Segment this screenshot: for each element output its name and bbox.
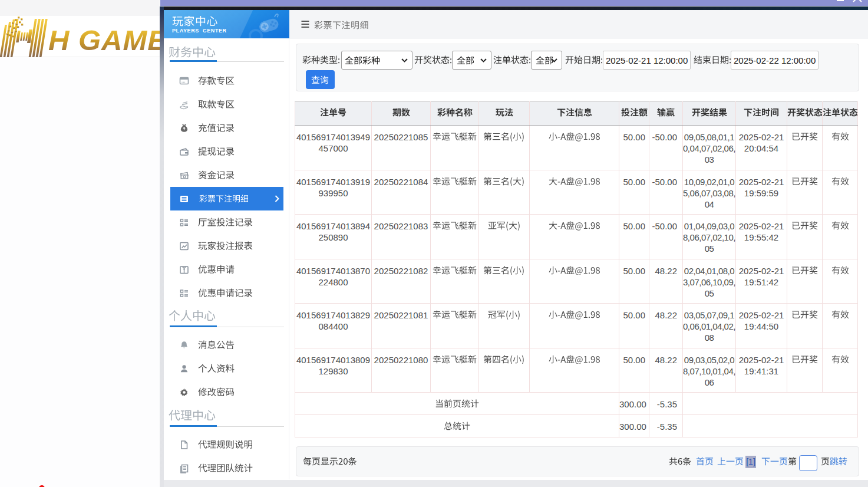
svg-text:H GAME: H GAME xyxy=(48,24,160,56)
